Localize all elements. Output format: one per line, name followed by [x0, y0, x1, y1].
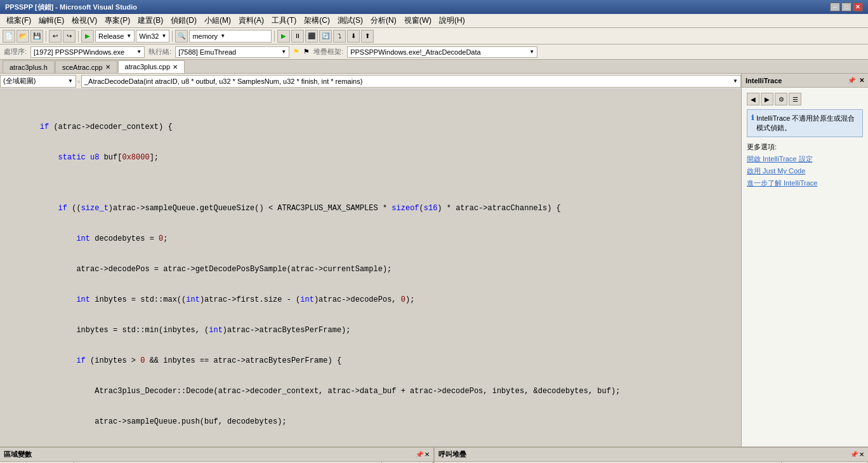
menu-view[interactable]: 檢視(V)	[68, 14, 101, 27]
titlebar-controls: ─ □ ✕	[830, 3, 863, 11]
debug-stop-icon[interactable]: ⬛	[305, 30, 318, 43]
intellitrace-panel: IntelliTrace 📌 ✕ ◀ ▶ ⚙ ☰ ℹ IntelliTrace …	[741, 74, 868, 446]
search-box[interactable]: memory ▼	[189, 30, 272, 43]
step-into-icon[interactable]: ⬇	[347, 30, 360, 43]
tab-sceatrac-cpp[interactable]: sceAtrac.cpp ✕	[55, 60, 117, 73]
play-icon[interactable]: ▶	[81, 30, 94, 43]
step-over-icon[interactable]: ⤵	[333, 30, 346, 43]
info-icon: ℹ	[751, 114, 754, 133]
config-dropdown[interactable]: Release ▼	[95, 30, 135, 43]
toolbar: 📄 📂 💾 ↩ ↪ ▶ Release ▼ Win32 ▼ 🔍 memory ▼…	[0, 28, 868, 44]
search-dropdown-arrow: ▼	[220, 33, 225, 39]
tab-atrac3plus-cpp[interactable]: atrac3plus.cpp ✕	[118, 60, 185, 73]
locals-close[interactable]: ✕	[424, 451, 430, 458]
toolbar-sep-4	[274, 30, 275, 42]
config-dropdown-arrow: ▼	[126, 33, 131, 39]
code-editor: (全域範圍) ▼ ⬦ _AtracDecodeData(int atracID,…	[0, 74, 741, 446]
locals-header: 區域變數 📌 ✕	[0, 448, 433, 462]
minimize-button[interactable]: ─	[830, 3, 840, 11]
menubar: 檔案(F) 編輯(E) 檢視(V) 專案(P) 建置(B) 偵錯(D) 小組(M…	[0, 14, 868, 28]
menu-debug[interactable]: 偵錯(D)	[167, 14, 201, 27]
locals-panel: 區域變數 📌 ✕ 名稱 值 型別 ◻◆atracID0int◻◆inbytes9…	[0, 448, 435, 463]
menu-project[interactable]: 專案(P)	[101, 14, 134, 27]
code-line: static u8 buf[0x8000];	[0, 152, 741, 163]
debug-pause-icon[interactable]: ⏸	[291, 30, 304, 43]
menu-help[interactable]: 說明(H)	[435, 14, 469, 27]
intellitrace-header: IntelliTrace 📌 ✕	[742, 74, 868, 88]
intellitrace-icons: ◀ ▶ ⚙ ☰	[747, 93, 863, 105]
process-dropdown[interactable]: [1972] PPSSPPWindows.exe ▼	[30, 46, 145, 58]
code-content: if (atrac->decoder_context) { static u8 …	[0, 89, 741, 446]
code-line: atrac->decodePos = atrac->getDecodePosBy…	[0, 264, 741, 274]
bottom-panels: 區域變數 📌 ✕ 名稱 值 型別 ◻◆atracID0int◻◆inbytes9…	[0, 446, 868, 463]
intellitrace-close[interactable]: ✕	[859, 77, 864, 84]
tab-atrac3plus-h[interactable]: atrac3plus.h	[3, 60, 55, 73]
stack-label: 堆疊框架:	[313, 47, 343, 57]
menu-window[interactable]: 視窗(W)	[400, 14, 435, 27]
tabbar: atrac3plus.h sceAtrac.cpp ✕ atrac3plus.c…	[0, 60, 868, 74]
tab-close-sceatrac[interactable]: ✕	[105, 64, 110, 70]
locals-controls: 📌 ✕	[416, 451, 430, 458]
save-icon[interactable]: 💾	[30, 30, 43, 43]
intellitrace-link-2[interactable]: 啟用 Just My Code	[747, 166, 863, 176]
it-settings-icon[interactable]: ⚙	[775, 93, 787, 105]
menu-build[interactable]: 建置(B)	[134, 14, 167, 27]
code-scroll[interactable]: if (atrac->decoder_context) { static u8 …	[0, 89, 741, 446]
scope-arrow: ▼	[68, 78, 73, 84]
redo-icon[interactable]: ↪	[63, 30, 76, 43]
callstack-pin[interactable]: 📌	[850, 451, 858, 458]
tab-close-atrac3plus[interactable]: ✕	[173, 64, 178, 70]
locals-pin[interactable]: 📌	[416, 451, 423, 458]
function-dropdown[interactable]: _AtracDecodeData(int atracID, u8 * outbu…	[81, 75, 741, 88]
intellitrace-link-1[interactable]: 開啟 IntelliTrace 設定	[747, 154, 863, 164]
debug-start-icon[interactable]: ▶	[277, 30, 290, 43]
processbar: 處理序: [1972] PPSSPPWindows.exe ▼ 執行緒: [75…	[0, 44, 868, 60]
it-back-icon[interactable]: ◀	[747, 93, 760, 105]
new-project-icon[interactable]: 📄	[3, 30, 15, 43]
menu-tools[interactable]: 工具(T)	[268, 14, 300, 27]
callstack-controls: 📌 ✕	[850, 451, 864, 458]
search-icon[interactable]: 🔍	[175, 30, 188, 43]
menu-edit[interactable]: 編輯(E)	[35, 14, 68, 27]
toolbar-sep-1	[46, 30, 46, 42]
stack-icon2: ⚑	[303, 48, 310, 56]
intellitrace-pin[interactable]: 📌	[848, 77, 855, 84]
scope-dropdown[interactable]: (全域範圍) ▼	[0, 75, 76, 88]
close-button[interactable]: ✕	[853, 3, 863, 11]
thread-label: 執行緒:	[148, 47, 171, 57]
menu-file[interactable]: 檔案(F)	[3, 14, 35, 27]
platform-dropdown-arrow: ▼	[161, 33, 166, 39]
menu-analyze[interactable]: 分析(N)	[367, 14, 400, 27]
thread-dropdown-arrow: ▼	[281, 49, 286, 55]
thread-dropdown[interactable]: [7588] EmuThread ▼	[175, 46, 289, 58]
title-text: PPSSPP [偵錯] - Microsoft Visual Studio	[5, 3, 137, 12]
code-line: if ((size_t)atrac->sampleQueue.getQueueS…	[0, 203, 741, 213]
callstack-title: 呼叫堆疊	[438, 450, 466, 459]
step-out-icon[interactable]: ⬆	[361, 30, 374, 43]
undo-icon[interactable]: ↩	[49, 30, 62, 43]
stack-dropdown[interactable]: PPSSPPWindows.exe!_AtracDecodeData ▼	[347, 46, 537, 58]
it-list-icon[interactable]: ☰	[789, 93, 801, 105]
menu-data[interactable]: 資料(A)	[235, 14, 268, 27]
menu-arch[interactable]: 架構(C)	[300, 14, 334, 27]
toolbar-sep-3	[172, 30, 173, 42]
intellitrace-link-3[interactable]: 進一步了解 IntelliTrace	[747, 178, 863, 188]
it-forward-icon[interactable]: ▶	[761, 93, 773, 105]
intellitrace-info: ℹ IntelliTrace 不適用於原生或混合模式偵錯。	[747, 109, 863, 137]
open-icon[interactable]: 📂	[16, 30, 29, 43]
platform-dropdown[interactable]: Win32 ▼	[136, 30, 169, 43]
code-line: Atrac3plus_Decoder::Decode(atrac->decode…	[0, 386, 741, 396]
code-function-bar: (全域範圍) ▼ ⬦ _AtracDecodeData(int atracID,…	[0, 74, 741, 89]
code-line: int decodebytes = 0;	[0, 234, 741, 244]
locals-title: 區域變數	[4, 450, 32, 459]
process-dropdown-arrow: ▼	[136, 49, 141, 55]
function-bar-separator: ⬦	[76, 75, 81, 88]
function-bar-icon: ⬦	[77, 77, 81, 84]
code-line: if (atrac->decoder_context) {	[0, 122, 741, 132]
menu-test[interactable]: 測試(S)	[334, 14, 367, 27]
callstack-close[interactable]: ✕	[859, 451, 864, 458]
menu-team[interactable]: 小組(M)	[201, 14, 235, 27]
maximize-button[interactable]: □	[841, 3, 852, 11]
debug-restart-icon[interactable]: 🔄	[319, 30, 332, 43]
titlebar: PPSSPP [偵錯] - Microsoft Visual Studio ─ …	[0, 0, 868, 14]
